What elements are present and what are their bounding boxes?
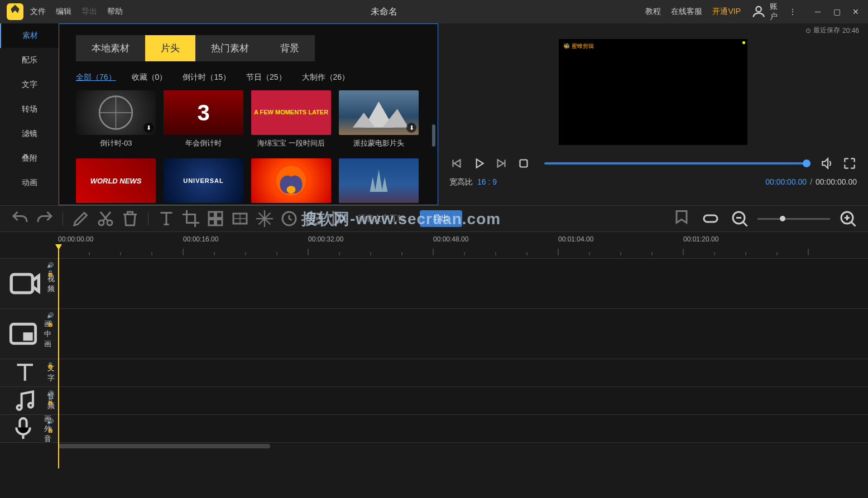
tab-intro[interactable]: 片头 [145, 35, 195, 61]
sidebar-item-music[interactable]: 配乐 [0, 48, 59, 72]
thumb-item[interactable]: ⬇ 倒计时-03 [76, 90, 156, 151]
mute-icon[interactable]: 🔊 [47, 262, 54, 268]
zoom-out-icon[interactable] [728, 209, 751, 229]
progress-handle[interactable] [803, 159, 811, 167]
cut-icon[interactable] [94, 209, 117, 229]
play-icon[interactable] [472, 156, 486, 171]
preview-watermark: 🐝 蜜蜂剪辑 [563, 42, 594, 50]
text-tool-icon[interactable] [155, 209, 178, 229]
tab-hot[interactable]: 热门素材 [195, 35, 265, 61]
redo-icon[interactable] [33, 209, 56, 229]
link-tutorial[interactable]: 教程 [645, 7, 661, 17]
tab-background[interactable]: 背景 [265, 35, 315, 61]
lock-icon[interactable]: 🔓 [47, 270, 54, 277]
edit-icon[interactable] [70, 209, 92, 229]
tab-local[interactable]: 本地素材 [76, 35, 145, 61]
time-total: 00:00:00.00 [816, 177, 857, 186]
ruler-mark: 00:00:00.00 [58, 235, 93, 243]
mute-icon[interactable]: 🔊 [47, 418, 54, 424]
horizontal-scrollbar[interactable] [0, 443, 868, 449]
close-icon[interactable]: ✕ [850, 6, 861, 17]
subtab-fav[interactable]: 收藏（0） [132, 72, 167, 83]
stop-icon[interactable] [516, 156, 531, 171]
fit-icon[interactable] [699, 209, 722, 229]
voice-text-label[interactable]: 语音文字互转 [358, 214, 405, 224]
minimize-icon[interactable]: ─ [812, 6, 823, 17]
time-current: 00:00:00.00 [765, 177, 807, 186]
delete-icon[interactable] [119, 209, 141, 229]
sidebar-item-overlay[interactable]: 叠附 [0, 146, 59, 171]
svg-marker-11 [375, 170, 382, 192]
download-icon[interactable]: ⬇ [406, 123, 416, 133]
svg-point-10 [287, 186, 296, 193]
preview-screen: 🐝 蜜蜂剪辑 [559, 39, 747, 145]
link-service[interactable]: 在线客服 [671, 7, 702, 17]
undo-icon[interactable] [9, 209, 31, 229]
download-icon[interactable]: ⬇ [143, 123, 154, 133]
sidebar-item-filter[interactable]: 滤镜 [0, 122, 59, 146]
subtab-all[interactable]: 全部（76） [76, 72, 116, 83]
thumb-item[interactable]: ⬇ 派拉蒙电影片头 [339, 90, 419, 151]
zoom-handle[interactable] [780, 216, 785, 221]
thumb-label: 海绵宝宝 一段时间后 [251, 138, 331, 148]
track-audio[interactable]: 音频🔊🔓 [0, 387, 868, 415]
fullscreen-icon[interactable] [842, 156, 857, 171]
sidebar-item-transition[interactable]: 转场 [0, 97, 59, 122]
timeline: 00:00:00.00 00:00:16.00 00:00:32.00 00:0… [0, 232, 868, 449]
svg-rect-52 [11, 274, 32, 293]
ruler-mark: 00:01:04.00 [558, 235, 593, 243]
thumb-item[interactable]: A FEW MOMENTS LATER 海绵宝宝 一段时间后 [251, 90, 331, 151]
link-vip[interactable]: 开通VIP [712, 7, 741, 17]
audio-tool-icon[interactable] [303, 209, 325, 229]
prev-frame-icon[interactable] [449, 156, 464, 171]
lock-icon[interactable]: 🔓 [47, 427, 54, 433]
ruler-mark: 00:00:32.00 [308, 235, 343, 243]
account-menu[interactable]: 账户 [751, 2, 779, 22]
thumb-item[interactable]: UNIVERSAL [164, 158, 243, 205]
track-text[interactable]: 文字🔓 [0, 359, 868, 387]
aspect-value[interactable]: 16 : 9 [477, 177, 497, 186]
subtab-festival[interactable]: 节日（25） [246, 72, 286, 83]
lock-icon[interactable]: 🔓 [47, 399, 54, 405]
crop-icon[interactable] [180, 209, 202, 229]
zoom-slider[interactable] [757, 218, 830, 220]
record-icon[interactable] [327, 209, 349, 229]
menu-help[interactable]: 帮助 [107, 7, 123, 17]
mute-icon[interactable]: 🔊 [47, 312, 54, 318]
menu-edit[interactable]: 编辑 [56, 7, 71, 17]
thumb-item[interactable]: 3 年会倒计时 [164, 90, 243, 151]
progress-bar[interactable] [544, 162, 807, 165]
subtab-bigprod[interactable]: 大制作（26） [302, 72, 350, 83]
zoom-in-icon[interactable] [837, 209, 859, 229]
mosaic-icon[interactable] [204, 209, 227, 229]
preview-indicator [742, 41, 745, 44]
lock-icon[interactable]: 🔓 [47, 362, 54, 369]
thumb-item[interactable] [339, 158, 419, 205]
sidebar-item-animation[interactable]: 动画 [0, 171, 59, 195]
timeline-ruler[interactable]: 00:00:00.00 00:00:16.00 00:00:32.00 00:0… [0, 232, 868, 259]
playhead[interactable] [58, 245, 59, 468]
menu-file[interactable]: 文件 [30, 7, 46, 17]
scrollbar[interactable] [432, 124, 435, 147]
export-button[interactable]: 导出 [420, 210, 462, 227]
track-pip[interactable]: 画中画🔊🔓 [0, 309, 868, 359]
subtab-countdown[interactable]: 倒计时（15） [183, 72, 231, 83]
next-frame-icon[interactable] [494, 156, 509, 171]
sidebar: 素材 配乐 文字 转场 滤镜 叠附 动画 [0, 23, 59, 205]
thumb-item[interactable] [251, 158, 331, 205]
marker-icon[interactable] [670, 209, 693, 229]
track-video[interactable]: 视频🔊🔓 [0, 259, 868, 309]
mute-icon[interactable]: 🔊 [47, 390, 54, 397]
thumb-item[interactable]: WORLD NEWS [76, 158, 156, 205]
more-icon[interactable]: ⋮ [789, 7, 797, 16]
sidebar-item-material[interactable]: 素材 [0, 23, 59, 48]
zoom-tool-icon[interactable] [229, 209, 251, 229]
menu-export[interactable]: 导出 [81, 7, 97, 17]
freeze-icon[interactable] [253, 209, 276, 229]
lock-icon[interactable]: 🔓 [47, 321, 54, 327]
maximize-icon[interactable]: ▢ [831, 6, 842, 17]
sidebar-item-text[interactable]: 文字 [0, 72, 59, 97]
speed-icon[interactable] [278, 209, 300, 229]
track-voiceover[interactable]: 画外音🔊🔓 [0, 415, 868, 443]
volume-icon[interactable] [820, 156, 835, 171]
